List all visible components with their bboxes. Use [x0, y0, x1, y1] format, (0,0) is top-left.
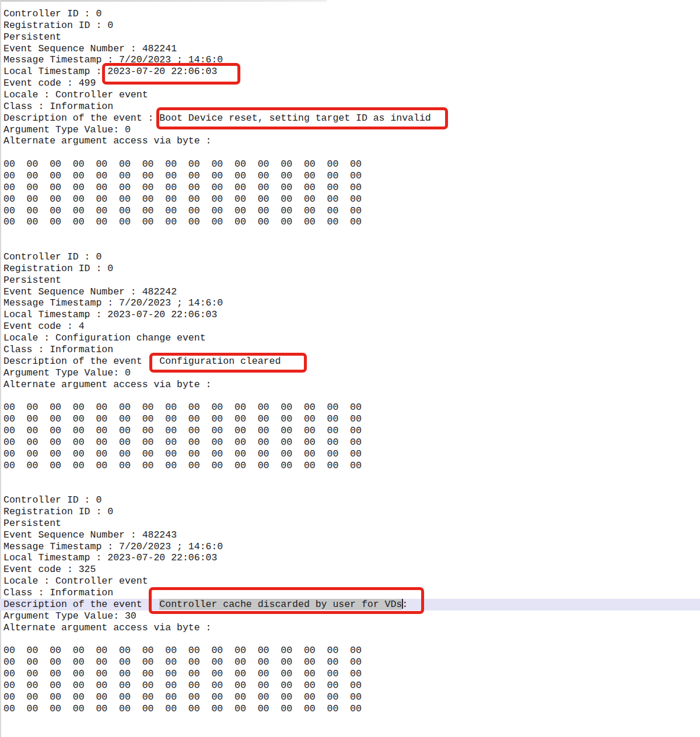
log-field-line: Argument Type Value: 30	[4, 610, 700, 622]
log-field-line: Argument Type Value: 0	[4, 367, 700, 379]
log-field-line: Class : Information	[4, 344, 700, 356]
hex-dump-line: 00 00 00 00 00 00 00 00 00 00 00 00 00 0…	[4, 448, 700, 460]
log-field-line: Event Sequence Number : 482241	[4, 43, 700, 55]
log-field-line: Persistent	[4, 275, 700, 286]
hex-dump-line: 00 00 00 00 00 00 00 00 00 00 00 00 00 0…	[4, 703, 700, 715]
log-field-line: Argument Type Value: 0	[4, 124, 700, 136]
line-text: :	[402, 599, 408, 610]
log-field-line: Registration ID : 0	[4, 263, 700, 275]
log-field-line: Alternate argument access via byte :	[4, 379, 700, 391]
event-log-page: Controller ID : 0Registration ID : 0Pers…	[0, 0, 700, 737]
log-field-line: Controller ID : 0	[4, 494, 700, 506]
log-line	[4, 471, 700, 483]
log-line	[4, 147, 700, 159]
log-line	[4, 390, 700, 402]
hex-dump-line: 00 00 00 00 00 00 00 00 00 00 00 00 00 0…	[4, 425, 700, 437]
log-field-line: Event code : 4	[4, 321, 700, 332]
hex-dump-line: 00 00 00 00 00 00 00 00 00 00 00 00 00 0…	[4, 402, 700, 413]
log-field-line: Event code : 499	[4, 78, 700, 89]
highlighted-line: Description of the event Controller cach…	[0, 599, 700, 610]
log-field-line: Persistent	[4, 518, 700, 529]
log-line	[4, 228, 700, 240]
log-field-line: Alternate argument access via byte :	[4, 622, 700, 634]
log-field-line: Alternate argument access via byte :	[4, 135, 700, 147]
hex-dump-line: 00 00 00 00 00 00 00 00 00 00 00 00 00 0…	[4, 692, 700, 703]
log-field-line: Message Timestamp : 7/20/2023 ; 14:6:0	[4, 54, 700, 66]
hex-dump-line: 00 00 00 00 00 00 00 00 00 00 00 00 00 0…	[4, 170, 700, 182]
log-field-line: Persistent	[4, 31, 700, 43]
log-field-line: Controller ID : 0	[4, 8, 700, 20]
hex-dump-line: 00 00 00 00 00 00 00 00 00 00 00 00 00 0…	[4, 159, 700, 170]
selected-text: Controller cache discarded by user for V…	[159, 599, 402, 610]
log-field-line: Local Timestamp : 2023-07-20 22:06:03	[4, 66, 700, 78]
log-field-line: Event Sequence Number : 482243	[4, 529, 700, 541]
log-line	[4, 483, 700, 494]
hex-dump-line: 00 00 00 00 00 00 00 00 00 00 00 00 00 0…	[4, 194, 700, 205]
hex-dump-line: 00 00 00 00 00 00 00 00 00 00 00 00 00 0…	[4, 216, 700, 228]
hex-dump-line: 00 00 00 00 00 00 00 00 00 00 00 00 00 0…	[4, 205, 700, 217]
log-field-line: Class : Information	[4, 101, 700, 113]
hex-dump-line: 00 00 00 00 00 00 00 00 00 00 00 00 00 0…	[4, 460, 700, 472]
log-field-line: Locale : Controller event	[4, 89, 700, 101]
hex-dump-line: 00 00 00 00 00 00 00 00 00 00 00 00 00 0…	[4, 668, 700, 680]
log-field-line: Message Timestamp : 7/20/2023 ; 14:6:0	[4, 297, 700, 309]
log-field-line: Local Timestamp : 2023-07-20 22:06:03	[4, 552, 700, 564]
log-field-line: Local Timestamp : 2023-07-20 22:06:03	[4, 309, 700, 321]
log-field-line: Description of the event : Boot Device r…	[4, 113, 700, 124]
log-field-line: Message Timestamp : 7/20/2023 ; 14:6:0	[4, 541, 700, 553]
document[interactable]: Controller ID : 0Registration ID : 0Pers…	[4, 8, 700, 714]
line-text: Description of the event	[4, 599, 159, 610]
log-field-line: Locale : Configuration change event	[4, 332, 700, 344]
log-field-line: Locale : Controller event	[4, 575, 700, 587]
log-field-line: Registration ID : 0	[4, 506, 700, 518]
hex-dump-line: 00 00 00 00 00 00 00 00 00 00 00 00 00 0…	[4, 413, 700, 425]
hex-dump-line: 00 00 00 00 00 00 00 00 00 00 00 00 00 0…	[4, 182, 700, 194]
hex-dump-line: 00 00 00 00 00 00 00 00 00 00 00 00 00 0…	[4, 680, 700, 692]
log-field-line: Class : Information	[4, 587, 700, 599]
log-line	[4, 633, 700, 645]
window-top-edge	[0, 0, 327, 2]
hex-dump-line: 00 00 00 00 00 00 00 00 00 00 00 00 00 0…	[4, 645, 700, 657]
log-field-line: Event Sequence Number : 482242	[4, 286, 700, 298]
log-line	[4, 240, 700, 251]
hex-dump-line: 00 00 00 00 00 00 00 00 00 00 00 00 00 0…	[4, 657, 700, 668]
log-field-line: Description of the event Configuration c…	[4, 356, 700, 367]
hex-dump-line: 00 00 00 00 00 00 00 00 00 00 00 00 00 0…	[4, 437, 700, 448]
log-field-line: Controller ID : 0	[4, 251, 700, 263]
log-field-line: Event code : 325	[4, 564, 700, 575]
window-left-edge	[0, 0, 1, 737]
log-field-line: Registration ID : 0	[4, 20, 700, 31]
